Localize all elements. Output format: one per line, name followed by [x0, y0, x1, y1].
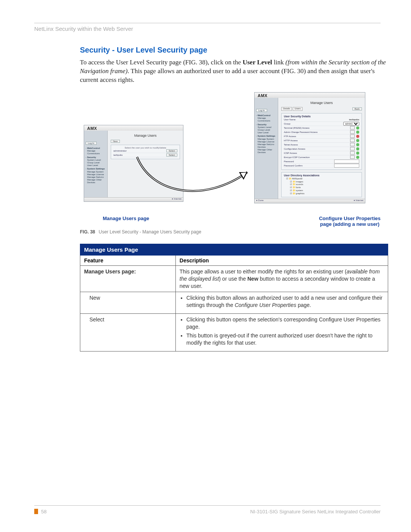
svg-marker-1 [241, 173, 246, 178]
nav-sidebar: Log In - WebControl Manage Connections -… [84, 131, 108, 198]
sidebar-item[interactable]: Manage System [86, 171, 106, 173]
sidebar-item-security[interactable]: - Security [86, 156, 106, 159]
access-row: ICSP Access [284, 151, 359, 155]
new-button[interactable]: New [111, 140, 120, 143]
sidebar-item[interactable]: Manage Connections [256, 117, 276, 122]
tree-label: sounds [296, 183, 303, 185]
description-cell: This page allows a user to either modify… [175, 265, 388, 292]
sidebar-item-syssettings[interactable]: - System Settings [256, 135, 276, 137]
checkbox[interactable] [350, 126, 355, 129]
tree-item[interactable]: ☑ 📁 AMXpanel [286, 177, 359, 181]
user-name: techpubs [113, 154, 166, 156]
field-value: techpubs [349, 118, 359, 121]
tree: ☑ 📁 AMXpanel ☑ 📁 images ☑ 📁 sounds ☑ 📁 f… [284, 177, 359, 195]
txt: ) or use the [219, 276, 247, 282]
table-row: New Clicking this button allows an autho… [80, 292, 388, 314]
checkbox[interactable] [350, 134, 355, 138]
sidebar-item[interactable]: Manage NetLinx [86, 176, 106, 179]
access-row: Terminal (RS232) Access [284, 126, 359, 130]
page: NetLinx Security within the Web Server S… [0, 0, 411, 532]
sidebar-item[interactable]: Manage Other Devices [256, 149, 276, 154]
checkbox[interactable] [350, 130, 355, 134]
login-button[interactable]: Log In [256, 109, 267, 112]
access-row: HTTP Access [284, 139, 359, 143]
directory-assoc-panel: User Directory Associations ☑ 📁 AMXpanel… [281, 172, 362, 197]
password-input[interactable] [334, 160, 359, 163]
checkbox[interactable] [350, 151, 355, 155]
checkbox[interactable] [350, 139, 355, 142]
txt-bold: New [247, 276, 258, 282]
status-indicator-icon [356, 143, 359, 146]
sidebar-item-security[interactable]: - Security [256, 123, 276, 126]
back-button[interactable]: Back [352, 107, 362, 110]
status-indicator-icon [356, 152, 359, 155]
sidebar-item-syssettings[interactable]: - System Settings [86, 168, 106, 170]
tree-label: graphics [296, 192, 304, 195]
status-text: Done [258, 199, 263, 201]
sidebar-item[interactable]: User Level [86, 164, 106, 167]
txt: To access the User Level Security page (… [80, 59, 242, 66]
txt: Configure User Properties [319, 216, 381, 221]
user-list-panel: Select the user you wish to modify/delet… [111, 145, 180, 159]
figure-label-right: Configure User Properties page (adding a… [319, 216, 381, 227]
figure-label-left: Manage Users page [103, 216, 149, 227]
tab-details[interactable]: Details [281, 107, 292, 111]
status-indicator-icon [356, 135, 359, 138]
main-panel: Manage Users Details Users Back User Sec… [278, 98, 365, 199]
sidebar-item-webcontrol[interactable]: - WebControl [256, 114, 276, 117]
sidebar-item[interactable]: Manage Other Devices [86, 179, 106, 184]
sidebar-item[interactable]: Group Level [86, 161, 106, 164]
tree-label: system [296, 189, 303, 192]
screenshot-user-properties: AMX Log In - WebControl Manage Connectio… [254, 92, 365, 203]
password-confirm-input[interactable] [334, 164, 359, 168]
sidebar-item[interactable]: User Level [256, 131, 276, 134]
checkbox[interactable] [350, 147, 355, 150]
col-header-description: Description [175, 255, 388, 265]
svg-marker-0 [239, 172, 247, 180]
tree-item[interactable]: ☑ 📁 fonts [286, 186, 359, 189]
checkbox[interactable] [350, 155, 355, 159]
access-label: Terminal (RS232) Access [284, 127, 349, 129]
field-label: Password [284, 160, 334, 163]
panel-heading: User Security Details [284, 115, 359, 118]
tree-label: AMXpanel [292, 177, 303, 180]
txt-ital: Configure User Properties [235, 302, 296, 308]
description-cell: Clicking this button allows an authorize… [175, 292, 388, 314]
sidebar-item[interactable]: Manage System [256, 138, 276, 141]
sidebar-item-webcontrol[interactable]: - WebControl [86, 147, 106, 150]
status-indicator-icon [356, 147, 359, 150]
tree-item[interactable]: ☑ 📁 system [286, 189, 359, 192]
field-row: Password [284, 160, 359, 164]
main-panel: Manage Users New Select the user you wis… [108, 131, 183, 198]
tree-label: images [296, 181, 303, 183]
status-indicator-icon [356, 131, 359, 134]
sidebar-item[interactable]: Manage Connections [86, 150, 106, 155]
sidebar-item[interactable]: System Level [86, 159, 106, 161]
select-button[interactable]: Select [166, 153, 177, 157]
sidebar-item[interactable]: Manage License [256, 141, 276, 143]
access-label: Configuration Access [284, 148, 349, 150]
status-text: Internet [174, 198, 182, 200]
tab-users[interactable]: Users [293, 107, 303, 111]
txt: link [272, 59, 285, 66]
select-button[interactable]: Select [166, 149, 177, 152]
checkbox[interactable] [350, 143, 355, 146]
window-heading: Manage Users [281, 101, 362, 105]
page-number: 58 [41, 509, 46, 514]
field-label: User Name: [284, 118, 349, 121]
group-select[interactable]: admin1 [343, 122, 359, 126]
access-row: FTP Access [284, 134, 359, 139]
sidebar-item[interactable]: System Level [256, 126, 276, 129]
sidebar-item[interactable]: Manage NetLinx Devices [256, 143, 276, 149]
tree-item[interactable]: ☑ 📁 graphics [286, 192, 359, 195]
feature-cell: Select [80, 314, 176, 351]
sidebar-item[interactable]: Group Level [256, 129, 276, 131]
login-button[interactable]: Log In [86, 142, 97, 145]
page-number-block: 58 [34, 509, 46, 514]
user-name: administrator [113, 150, 166, 152]
sidebar-item[interactable]: Manage License [86, 173, 106, 176]
field-label: Password Confirm [284, 165, 334, 167]
page-footer: 58 NI-3101-SIG Signature Series NetLinx … [34, 505, 381, 514]
document-title: NI-3101-SIG Signature Series NetLinx Int… [250, 509, 381, 514]
user-details-panel: User Security Details User Name: techpub… [281, 113, 362, 170]
